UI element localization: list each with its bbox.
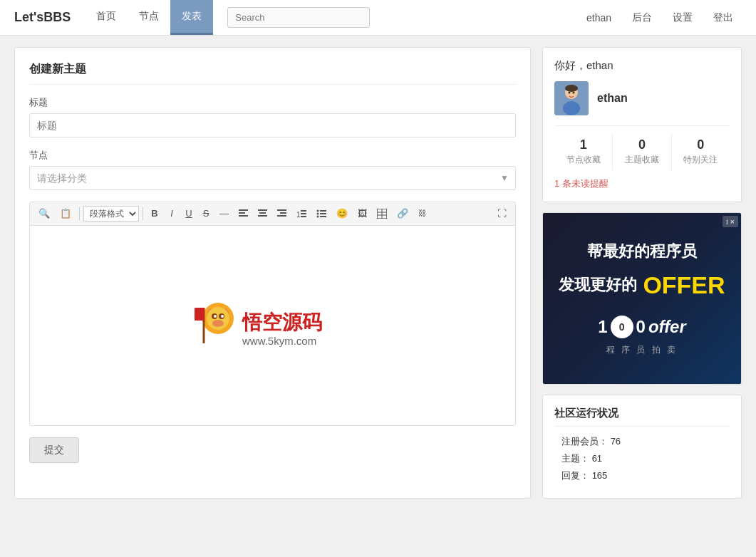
svg-rect-3 xyxy=(258,209,267,211)
notification-link[interactable]: 1 条未读提醒 xyxy=(554,178,609,189)
community-stats-title: 社区运行状况 xyxy=(554,407,730,427)
toolbar-list-ol-btn[interactable]: 1. xyxy=(292,206,311,222)
svg-rect-12 xyxy=(301,216,306,217)
title-group: 标题 xyxy=(29,96,516,137)
stats-members-row: 注册会员： 76 xyxy=(554,435,730,448)
toolbar-table-btn[interactable] xyxy=(373,206,391,222)
right-panel: 你好，ethan xyxy=(542,47,742,499)
toolbar-search-btn[interactable]: 🔍 xyxy=(34,205,54,222)
svg-rect-1 xyxy=(239,212,245,214)
nav-link-nodes[interactable]: 节点 xyxy=(128,0,170,35)
toolbar-image-btn[interactable]: 🖼 xyxy=(353,205,371,222)
toolbar-strikethrough-btn[interactable]: S xyxy=(198,205,214,222)
stat-topic-favorites: 0 主题收藏 xyxy=(613,133,671,170)
toolbar-emoji-btn[interactable]: 😊 xyxy=(332,205,352,222)
stats-members-label: 注册会员： xyxy=(561,436,608,447)
editor-toolbar: 🔍 📋 段落格式 B I U S — xyxy=(30,202,515,226)
navbar: Let'sBBS 首页 节点 发表 ethan 后台 设置 登出 xyxy=(0,0,756,36)
node-select[interactable]: 请选择分类 xyxy=(29,166,516,190)
ad-box: i × 帮最好的程序员 发现更好的 OFFER 1 0 0 offer 程 序 xyxy=(542,212,742,385)
avatar xyxy=(554,81,589,115)
svg-rect-5 xyxy=(258,215,267,217)
toolbar-hr-btn[interactable]: — xyxy=(215,205,233,222)
user-info-row: ethan xyxy=(554,81,730,115)
toolbar-align-right-btn[interactable] xyxy=(273,206,291,221)
svg-rect-0 xyxy=(239,209,248,211)
ad-offer-text: OFFER xyxy=(643,269,725,303)
toolbar-format-select[interactable]: 段落格式 xyxy=(83,206,139,222)
toolbar-align-left-btn[interactable] xyxy=(234,206,252,221)
nav-link-post[interactable]: 发表 xyxy=(170,0,213,35)
node-group: 节点 请选择分类 ▼ xyxy=(29,149,516,190)
toolbar-unlink-btn[interactable]: ⛓ xyxy=(414,206,430,221)
ad-logo-number: 1 xyxy=(598,317,607,337)
stats-replies-value: 165 xyxy=(592,470,608,481)
toolbar-bold-btn[interactable]: B xyxy=(147,205,162,222)
ad-subtitle: 程 序 员 拍 卖 xyxy=(606,344,678,356)
svg-point-40 xyxy=(563,101,580,115)
svg-rect-2 xyxy=(239,215,248,217)
ad-flag-icon: i xyxy=(726,218,727,226)
node-select-wrapper: 请选择分类 ▼ xyxy=(29,166,516,190)
toolbar-underline-btn[interactable]: U xyxy=(181,205,197,222)
ad-close-icon: × xyxy=(730,217,735,226)
notification-row: 1 条未读提醒 xyxy=(554,177,730,190)
svg-point-42 xyxy=(573,92,575,94)
brand-logo: Let'sBBS xyxy=(14,10,71,25)
svg-point-14 xyxy=(317,212,319,214)
svg-rect-7 xyxy=(280,212,286,214)
toolbar-list-ul-btn[interactable] xyxy=(312,206,331,222)
stats-topics-value: 61 xyxy=(592,453,602,464)
search-input[interactable] xyxy=(227,7,370,28)
stats-topics-row: 主题： 61 xyxy=(554,452,730,465)
toolbar-fullscreen-btn[interactable]: ⛶ xyxy=(493,205,511,222)
svg-rect-16 xyxy=(320,210,326,212)
nav-logout-link[interactable]: 登出 xyxy=(705,7,742,28)
stat-node-favorites-value: 1 xyxy=(554,137,612,152)
nav-settings-link[interactable]: 设置 xyxy=(664,7,701,28)
username-display: ethan xyxy=(597,92,628,105)
nav-links: 首页 节点 发表 xyxy=(85,0,213,35)
nav-link-home[interactable]: 首页 xyxy=(85,0,128,35)
svg-rect-11 xyxy=(301,213,306,214)
submit-button[interactable]: 提交 xyxy=(29,437,79,463)
nav-right: ethan 后台 设置 登出 xyxy=(578,7,742,28)
svg-rect-4 xyxy=(259,212,266,214)
user-card: 你好，ethan xyxy=(542,47,742,202)
community-stats-box: 社区运行状况 注册会员： 76 主题： 61 回复： 165 xyxy=(542,395,742,499)
toolbar-align-center-btn[interactable] xyxy=(254,206,271,221)
ad-main-text-1: 帮最好的程序员 xyxy=(587,241,697,263)
toolbar-link-btn[interactable]: 🔗 xyxy=(393,205,413,222)
stat-special-follow-label: 特别关注 xyxy=(672,154,730,166)
svg-rect-18 xyxy=(320,216,326,217)
svg-rect-8 xyxy=(277,215,286,217)
toolbar-sep-1 xyxy=(79,207,80,220)
svg-point-13 xyxy=(317,209,319,212)
ad-content: i × 帮最好的程序员 发现更好的 OFFER 1 0 0 offer 程 序 xyxy=(543,213,741,384)
ad-close-button[interactable]: i × xyxy=(723,216,738,227)
user-stats: 1 节点收藏 0 主题收藏 0 特别关注 xyxy=(554,125,730,170)
create-post-panel: 创建新主题 标题 节点 请选择分类 ▼ 🔍 📋 段落格式 xyxy=(14,47,531,499)
title-input[interactable] xyxy=(29,113,516,137)
main-container: 创建新主题 标题 节点 请选择分类 ▼ 🔍 📋 段落格式 xyxy=(0,36,756,510)
svg-point-39 xyxy=(565,85,578,92)
nav-admin-link[interactable]: 后台 xyxy=(623,7,661,28)
stats-members-value: 76 xyxy=(611,436,621,447)
svg-point-15 xyxy=(317,215,319,217)
svg-text:悟空源码: 悟空源码 xyxy=(242,311,322,333)
editor-content-area[interactable]: 悟空源码 www.5kym.com xyxy=(30,226,515,425)
editor-wrapper: 🔍 📋 段落格式 B I U S — xyxy=(29,202,516,426)
stat-node-favorites: 1 节点收藏 xyxy=(554,133,613,170)
toolbar-italic-btn[interactable]: I xyxy=(164,205,180,222)
svg-text:1.: 1. xyxy=(296,211,302,219)
panel-title: 创建新主题 xyxy=(29,62,516,85)
nav-user-link[interactable]: ethan xyxy=(578,8,620,28)
stats-topics-label: 主题： xyxy=(561,453,589,464)
toolbar-sep-2 xyxy=(143,207,143,220)
toolbar-paste-btn[interactable]: 📋 xyxy=(56,205,76,222)
ad-logo-row: 1 0 0 offer xyxy=(598,316,686,338)
node-label: 节点 xyxy=(29,149,516,162)
ad-logo-zero-circle: 0 xyxy=(611,316,633,338)
ad-100offer-logo: 1 0 0 offer xyxy=(598,316,686,338)
svg-point-32 xyxy=(212,320,224,327)
